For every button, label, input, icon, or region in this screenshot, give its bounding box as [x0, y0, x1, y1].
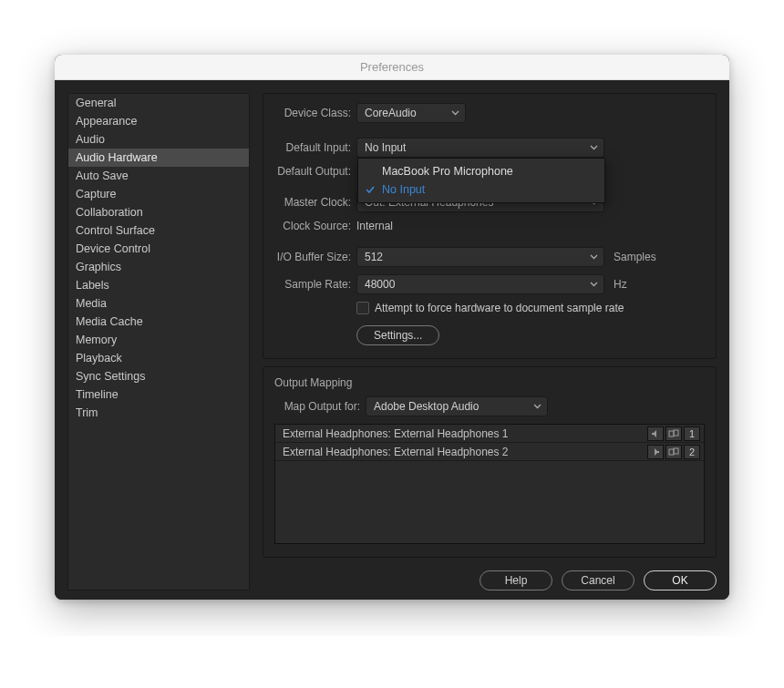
channel-number: 2 [684, 445, 700, 459]
device-class-row: Device Class: CoreAudio [274, 103, 705, 123]
speaker-icon[interactable] [647, 445, 664, 459]
speaker-icon[interactable] [647, 426, 664, 441]
sidebar-item-graphics[interactable]: Graphics [68, 258, 249, 276]
force-hw-row: Attempt to force hardware to document sa… [356, 302, 705, 314]
clock-source-row: Clock Source: Internal [274, 220, 705, 232]
cancel-button[interactable]: Cancel [562, 570, 634, 590]
settings-button[interactable]: Settings... [356, 325, 439, 345]
sidebar-item-appearance[interactable]: Appearance [68, 112, 249, 130]
default-input-dropdown: MacBook Pro MicrophoneNo Input [357, 158, 605, 203]
preferences-sidebar: GeneralAppearanceAudioAudio HardwareAuto… [67, 93, 250, 590]
device-class-select[interactable]: CoreAudio [356, 103, 466, 123]
output-map-icon[interactable] [665, 426, 682, 441]
channel-number: 1 [684, 426, 700, 441]
map-output-label: Map Output for: [274, 400, 360, 413]
default-input-value: No Input [365, 141, 406, 154]
dropdown-option[interactable]: No Input [358, 180, 604, 199]
output-mapping-row[interactable]: External Headphones: External Headphones… [275, 443, 704, 461]
chevron-down-icon [590, 282, 598, 287]
output-mapping-row[interactable]: External Headphones: External Headphones… [275, 425, 704, 443]
chevron-down-icon [590, 145, 598, 150]
sidebar-item-auto-save[interactable]: Auto Save [68, 167, 249, 185]
output-mapping-row-label: External Headphones: External Headphones… [283, 446, 509, 458]
io-buffer-select[interactable]: 512 [356, 247, 604, 267]
svg-rect-0 [669, 431, 674, 436]
dropdown-option[interactable]: MacBook Pro Microphone [358, 162, 604, 180]
sidebar-item-capture[interactable]: Capture [68, 185, 249, 203]
sidebar-item-control-surface[interactable]: Control Surface [68, 221, 249, 240]
sidebar-item-memory[interactable]: Memory [68, 331, 249, 349]
sample-rate-label: Sample Rate: [274, 278, 351, 291]
sidebar-item-collaboration[interactable]: Collaboration [68, 203, 249, 221]
output-mapping-row-controls: 1 [647, 426, 700, 441]
preferences-window: Preferences GeneralAppearanceAudioAudio … [55, 55, 729, 600]
clock-source-label: Clock Source: [274, 220, 351, 232]
window-body: GeneralAppearanceAudioAudio HardwareAuto… [55, 80, 729, 600]
map-output-select[interactable]: Adobe Desktop Audio [366, 396, 548, 416]
force-hw-checkbox[interactable] [356, 302, 369, 314]
sidebar-item-audio-hardware[interactable]: Audio Hardware [68, 149, 249, 167]
svg-rect-3 [674, 448, 678, 454]
io-buffer-label: I/O Buffer Size: [274, 251, 351, 263]
io-buffer-row: I/O Buffer Size: 512 Samples [274, 247, 705, 267]
map-output-value: Adobe Desktop Audio [374, 400, 479, 413]
window-titlebar: Preferences [55, 55, 729, 80]
sample-rate-row: Sample Rate: 48000 Hz [274, 274, 705, 294]
sidebar-item-general[interactable]: General [68, 94, 249, 112]
sidebar-item-device-control[interactable]: Device Control [68, 240, 249, 258]
sidebar-item-trim[interactable]: Trim [68, 404, 249, 422]
sidebar-item-audio[interactable]: Audio [68, 130, 249, 149]
output-mapping-list: External Headphones: External Headphones… [274, 424, 705, 544]
sidebar-item-labels[interactable]: Labels [68, 276, 249, 294]
help-button[interactable]: Help [480, 570, 552, 590]
default-input-select[interactable]: No Input [356, 138, 604, 158]
device-class-label: Device Class: [274, 107, 351, 119]
chevron-down-icon [451, 110, 459, 116]
default-output-label: Default Output: [274, 165, 351, 178]
output-map-icon[interactable] [665, 445, 682, 459]
sidebar-item-sync-settings[interactable]: Sync Settings [68, 367, 249, 385]
sidebar-item-playback[interactable]: Playback [68, 349, 249, 367]
dropdown-option-label: MacBook Pro Microphone [382, 165, 513, 178]
window-title: Preferences [360, 60, 424, 74]
chevron-down-icon [590, 254, 598, 260]
sample-rate-select[interactable]: 48000 [356, 274, 604, 294]
dropdown-option-label: No Input [382, 183, 425, 196]
checkmark-icon [366, 184, 375, 197]
output-mapping-title: Output Mapping [274, 376, 705, 389]
default-input-label: Default Input: [274, 141, 351, 154]
sample-rate-value: 48000 [365, 278, 395, 291]
svg-rect-2 [669, 449, 674, 455]
io-buffer-unit: Samples [614, 251, 656, 263]
sidebar-item-media-cache[interactable]: Media Cache [68, 313, 249, 331]
svg-rect-1 [674, 430, 678, 436]
io-buffer-value: 512 [365, 251, 383, 263]
default-input-row: Default Input: No Input MacBook Pro Micr… [274, 138, 705, 158]
sample-rate-unit: Hz [614, 278, 627, 291]
sidebar-item-media[interactable]: Media [68, 294, 249, 313]
hardware-settings-group: Device Class: CoreAudio Default Input: N… [263, 93, 717, 359]
sidebar-item-timeline[interactable]: Timeline [68, 385, 249, 404]
device-class-value: CoreAudio [365, 107, 417, 119]
chevron-down-icon [533, 404, 542, 409]
ok-button[interactable]: OK [644, 570, 717, 590]
master-clock-label: Master Clock: [274, 196, 351, 209]
clock-source-value: Internal [356, 220, 393, 232]
map-output-row: Map Output for: Adobe Desktop Audio [274, 396, 705, 416]
output-mapping-row-controls: 2 [647, 445, 700, 459]
force-hw-label: Attempt to force hardware to document sa… [375, 302, 624, 314]
dialog-footer: Help Cancel OK [263, 565, 717, 590]
output-mapping-group: Output Mapping Map Output for: Adobe Des… [263, 366, 717, 558]
output-mapping-row-label: External Headphones: External Headphones… [283, 427, 509, 440]
preferences-main: Device Class: CoreAudio Default Input: N… [263, 93, 717, 590]
